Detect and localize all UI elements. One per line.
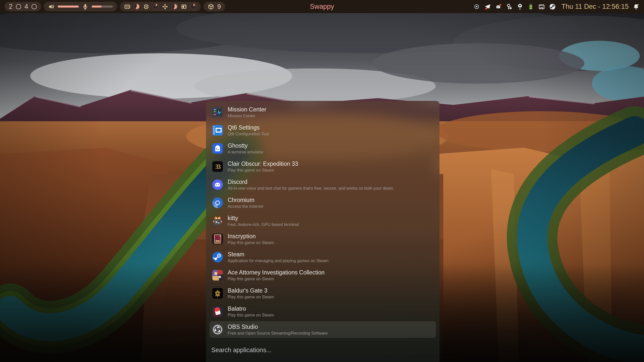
- app-list-item[interactable]: Chromium Access the Internet: [210, 194, 436, 211]
- app-name: Ghostty: [228, 143, 263, 149]
- cpu-icon: [143, 4, 149, 10]
- qt6-settings-icon: [212, 125, 223, 136]
- updates-count: 9: [217, 3, 221, 10]
- updates-widget[interactable]: 9: [204, 2, 225, 11]
- clock[interactable]: Thu 11 Dec - 12:56:15: [561, 3, 629, 11]
- app-description: Play this game on Steam: [228, 240, 274, 245]
- app-description: Access the Internet: [228, 204, 263, 209]
- system-tray: Thu 11 Dec - 12:56:15: [473, 3, 639, 11]
- discord-icon: [212, 179, 223, 190]
- baldurs-gate-icon: [212, 288, 223, 299]
- chromium-icon: [212, 197, 223, 208]
- package-icon: [208, 4, 214, 10]
- keyring-icon[interactable]: [517, 3, 523, 10]
- app-description: Qt6 Configuration Tool: [228, 132, 269, 136]
- workspace-number[interactable]: 2: [9, 3, 13, 10]
- app-list-item[interactable]: Inscryption Play this game on Steam: [210, 231, 436, 247]
- ghostty-icon: [212, 143, 223, 154]
- search-row: [210, 346, 436, 354]
- gpu-usage-pie: [172, 4, 178, 10]
- workspace-number[interactable]: 4: [24, 3, 28, 10]
- app-description: A terminal emulator: [228, 150, 263, 154]
- network-icon[interactable]: [538, 3, 545, 10]
- app-description: Play this game on Steam: [228, 168, 298, 172]
- bell-icon[interactable]: [633, 3, 639, 10]
- app-name: OBS Studio: [228, 324, 328, 330]
- app-description: Play this game on Steam: [228, 313, 274, 317]
- app-description: Free and Open Source Streaming/Recording…: [228, 331, 328, 335]
- keepassxc-icon[interactable]: [506, 3, 513, 10]
- workspace-circle-indicator[interactable]: [31, 4, 37, 9]
- cpu-usage-pie: [153, 4, 159, 10]
- app-name: Mission Center: [228, 106, 266, 112]
- app-name: kitty: [228, 215, 299, 221]
- app-list-item[interactable]: Steam Application for managing and playi…: [210, 249, 436, 265]
- app-description: Play this game on Steam: [228, 295, 274, 299]
- disk-icon: [181, 4, 187, 10]
- app-list-item[interactable]: OBS Studio Free and Open Source Streamin…: [210, 321, 436, 338]
- audio-widget: [44, 2, 117, 11]
- balatro-icon: [212, 306, 223, 317]
- app-list-item[interactable]: 33 Clair Obscur: Expedition 33 Play this…: [210, 158, 436, 175]
- obs-studio-icon: [212, 324, 223, 335]
- app-list-item[interactable]: Mission Center Mission Center: [210, 104, 436, 120]
- app-list-item[interactable]: Ghostty A terminal emulator: [210, 140, 436, 157]
- battery-icon[interactable]: [527, 3, 534, 10]
- clair-obscur-icon: 33: [212, 161, 223, 172]
- app-list-item[interactable]: Ace Attorney Investigations Collection P…: [210, 267, 436, 284]
- kitty-icon: [212, 216, 223, 226]
- svg-text:33: 33: [215, 163, 221, 170]
- steam-icon: [212, 252, 223, 262]
- app-launcher: Mission Center Mission Center Qt6 Settin…: [206, 101, 439, 362]
- search-input[interactable]: [211, 346, 388, 354]
- inscryption-icon: [212, 234, 223, 244]
- ace-attorney-icon: [212, 270, 223, 280]
- ram-usage-pie: [134, 4, 140, 10]
- speaker-icon: [48, 4, 54, 10]
- app-name: Discord: [228, 179, 395, 185]
- app-description: All-in-one voice and text chat for gamer…: [228, 186, 395, 190]
- disk-usage-pie: [190, 4, 196, 10]
- app-description: Mission Center: [228, 113, 266, 118]
- discord-tray-icon[interactable]: [495, 3, 502, 10]
- app-description: Fast, feature-rich, GPU based terminal: [228, 222, 299, 227]
- app-list-item[interactable]: kitty Fast, feature-rich, GPU based term…: [210, 213, 436, 229]
- app-name: Chromium: [228, 197, 263, 203]
- volume-slider[interactable]: [58, 6, 79, 8]
- mic-slider[interactable]: [92, 6, 113, 8]
- system-monitor-widget: [120, 2, 201, 11]
- mission-center-icon: [212, 107, 223, 117]
- microphone-icon: [82, 4, 88, 10]
- app-name: Steam: [228, 251, 328, 257]
- steelseries-icon[interactable]: [473, 3, 480, 10]
- app-list: Mission Center Mission Center Qt6 Settin…: [210, 104, 436, 338]
- app-name: Ace Attorney Investigations Collection: [228, 269, 325, 275]
- app-description: Application for managing and playing gam…: [228, 258, 328, 263]
- app-name: Baldur's Gate 3: [228, 288, 274, 294]
- app-list-item[interactable]: Baldur's Gate 3 Play this game on Steam: [210, 285, 436, 302]
- app-name: Qt6 Settings: [228, 125, 269, 131]
- workspace-circle-indicator[interactable]: [16, 4, 21, 9]
- gpu-icon: [162, 4, 168, 10]
- app-list-item[interactable]: Balatro Play this game on Steam: [210, 303, 436, 320]
- memory-icon: [124, 4, 130, 10]
- telegram-icon[interactable]: [484, 3, 491, 10]
- app-list-item[interactable]: Discord All-in-one voice and text chat f…: [210, 176, 436, 193]
- app-name: Inscryption: [228, 233, 274, 239]
- top-bar: 24 9 Swappy: [0, 0, 644, 13]
- steam-tray-icon[interactable]: [549, 3, 556, 10]
- app-name: Balatro: [228, 306, 274, 312]
- app-name: Clair Obscur: Expedition 33: [228, 161, 298, 167]
- app-description: Play this game on Steam: [228, 276, 325, 281]
- workspaces-widget[interactable]: 24: [5, 2, 41, 11]
- app-list-item[interactable]: Qt6 Settings Qt6 Configuration Tool: [210, 122, 436, 139]
